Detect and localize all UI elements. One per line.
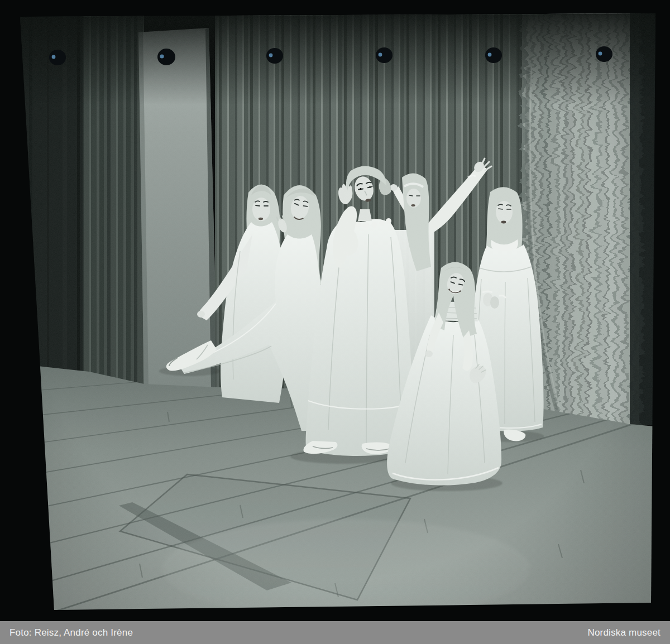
film-hole: [376, 47, 393, 63]
caption-bar: Foto: Reisz, André och Irène Nordiska mu…: [0, 621, 670, 644]
film-grain: [13, 10, 661, 613]
caption-institution: Nordiska museet: [587, 627, 661, 638]
photograph: [0, 0, 670, 621]
film-hole: [157, 49, 175, 65]
film-hole: [485, 47, 502, 63]
film-hole: [596, 46, 612, 62]
caption-photographer-credit: Foto: Reisz, André och Irène: [9, 627, 133, 638]
photograph-svg: [0, 0, 670, 621]
scanned-photo-page: { "caption_bar": { "photographer_credit"…: [0, 0, 670, 644]
film-hole: [266, 48, 283, 64]
film-hole: [49, 50, 66, 65]
